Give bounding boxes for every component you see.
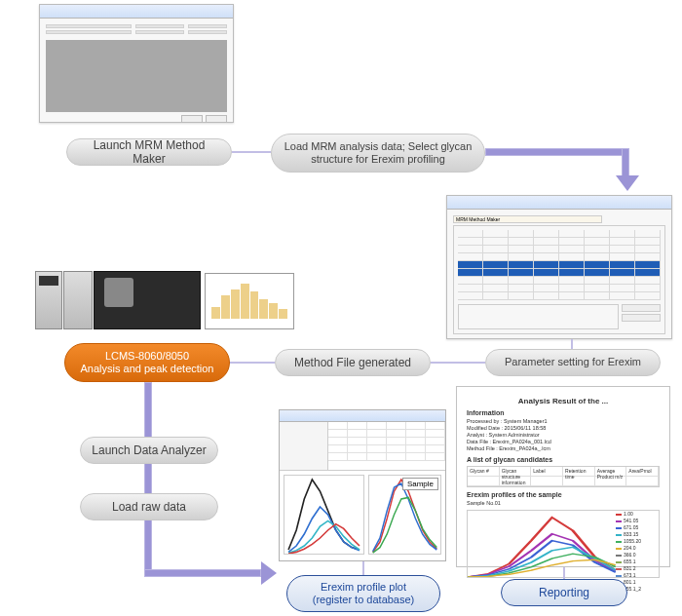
legend-item: 204.0: [616, 545, 659, 552]
report-col-header: Glycan structure information: [500, 467, 532, 476]
report-page: Analysis Result of the ... Information P…: [456, 386, 670, 567]
connector-icon: [144, 382, 152, 577]
report-info-line: Modified Date : 2015/06/11 18:58: [467, 425, 660, 432]
connector-icon: [485, 148, 629, 156]
report-title: Analysis Result of the ...: [467, 397, 660, 405]
report-info-line: Processed by : System Manager1: [467, 418, 660, 425]
window-data-analyzer: Sample: [279, 409, 446, 561]
report-col-header: Average Product m/z: [595, 467, 627, 476]
lcms-instrument-icon: [35, 271, 294, 329]
window-titlebar: [447, 196, 671, 210]
report-candidates-heading: A list of glycan candidates: [467, 456, 552, 463]
connector-icon: [622, 148, 629, 177]
lcms-analysis-button[interactable]: LCMS-8060/8050 Analysis and peak detecti…: [64, 343, 230, 382]
report-info-line: Method File : Erexim_PA024a_.lcm: [467, 445, 660, 452]
arrowhead-down-icon: [616, 175, 639, 191]
connector-icon: [144, 569, 261, 577]
report-info-line: Analyst : System Administrator: [467, 432, 660, 439]
window-titlebar: [40, 5, 233, 19]
button-stub: [206, 115, 227, 123]
reporting-button[interactable]: Reporting: [501, 579, 627, 606]
window-titlebar: [280, 410, 445, 422]
preview-area-icon: [46, 40, 227, 112]
connector-icon: [431, 362, 485, 364]
connector-icon: [362, 561, 364, 575]
erexim-profile-plot-button[interactable]: Erexim profile plot (register to databas…: [286, 575, 440, 612]
legend-item: 1055.20: [616, 538, 659, 545]
load-raw-data-button[interactable]: Load raw data: [80, 493, 218, 520]
window-mrm-method-maker: [39, 4, 234, 123]
erexim-plot-right: Sample: [368, 475, 441, 555]
legend-item: 833.15: [616, 531, 659, 538]
legend-item: 541.05: [616, 518, 659, 524]
report-sample-label: Sample No.01: [467, 500, 660, 506]
legend-item: 655.1: [616, 558, 659, 565]
report-col-header: Area/Pmol: [626, 467, 659, 476]
report-profile-heading: Erexim profiles of the sample: [467, 491, 562, 498]
load-mrm-data-button[interactable]: Load MRM analysis data; Select glycan st…: [271, 134, 485, 173]
method-file-generated-button[interactable]: Method File generated: [275, 349, 431, 376]
legend-item: 366.0: [616, 552, 659, 558]
instrument-monitor-icon: [205, 273, 294, 329]
connector-icon: [232, 151, 271, 153]
tab-label: MRM Method Maker: [453, 215, 602, 223]
window-parameter-setting: MRM Method Maker: [446, 195, 672, 339]
button-stub: [181, 115, 203, 123]
launch-mrm-method-maker-button[interactable]: Launch MRM Method Maker: [66, 138, 232, 166]
report-col-header: Glycan #: [468, 467, 500, 476]
connector-icon: [571, 339, 573, 349]
arrowhead-right-icon: [261, 561, 277, 585]
report-legend: 1.00541.05671.05833.151055.20204.0366.06…: [616, 511, 659, 577]
report-col-header: Retention time: [563, 467, 595, 476]
legend-item: 671.05: [616, 524, 659, 531]
parameter-setting-button[interactable]: Parameter setting for Erexim: [485, 349, 661, 376]
sample-label: Sample: [402, 478, 438, 490]
legend-item: 673.1: [616, 572, 659, 579]
erexim-plot-left: [284, 475, 364, 555]
legend-item: 831.2: [616, 565, 659, 572]
report-info-line: Data File : Erexim_PA024a_001.lcd: [467, 439, 660, 445]
connector-icon: [230, 362, 275, 364]
report-info-heading: Information: [467, 409, 505, 416]
launch-data-analyzer-button[interactable]: Launch Data Analyzer: [80, 437, 218, 464]
legend-item: 1.00: [616, 511, 659, 518]
connector-icon: [563, 567, 565, 579]
report-col-header: Label: [531, 467, 563, 476]
